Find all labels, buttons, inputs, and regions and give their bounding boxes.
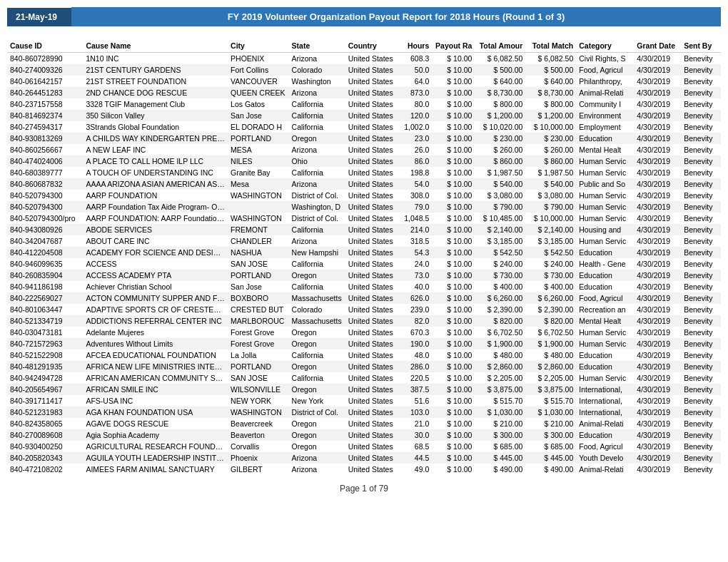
table-cell: $ 10.00	[432, 133, 475, 144]
table-cell: Beavercreek	[228, 418, 289, 429]
table-cell: 840-860256667	[7, 144, 83, 155]
table-cell: Agia Sophia Academy	[83, 429, 228, 441]
table-cell: $ 6,260.00	[525, 292, 576, 304]
table-cell: $ 240.00	[525, 258, 576, 270]
table-cell: United States	[345, 178, 400, 190]
table-cell: $ 10,000.00	[525, 121, 576, 133]
table-cell: $ 10.00	[432, 110, 475, 121]
table-cell: 840-860728990	[7, 53, 83, 65]
table-cell: $ 540.00	[475, 178, 525, 190]
table-cell: 2ND CHANCE DOG RESCUE	[83, 87, 228, 98]
table-cell: 82.0	[400, 315, 433, 327]
table-cell: $ 10.00	[432, 121, 475, 133]
table-cell: United States	[345, 361, 400, 372]
table-cell: 68.5	[400, 441, 433, 452]
table-cell: California	[289, 258, 345, 270]
table-cell: Animal-Relati	[576, 87, 634, 98]
table-cell: Benevity	[681, 418, 721, 429]
table-cell: 840-412204508	[7, 247, 83, 258]
table-cell: Public and So	[576, 178, 634, 190]
table-cell: 4/30/2019	[634, 190, 681, 201]
table-cell: ACTON COMMUNITY SUPPER AND FOOD PANTRY I	[83, 292, 228, 304]
table-cell: MARLBOROUC	[228, 315, 289, 327]
table-row: 840-2644512832ND CHANCE DOG RESCUEQUEEN …	[7, 87, 721, 98]
table-cell: Benevity	[681, 133, 721, 144]
table-cell: $ 10.00	[432, 407, 475, 418]
table-cell: New Hampshi	[289, 247, 345, 258]
table-cell: Human Servic	[576, 190, 634, 201]
table-cell: $ 500.00	[525, 64, 576, 76]
table-cell: United States	[345, 76, 400, 87]
table-row: 840-860256667A NEW LEAF INCMESAArizonaUn…	[7, 144, 721, 155]
table-cell: $ 10.00	[432, 201, 475, 213]
table-cell: $ 10.00	[432, 213, 475, 224]
table-cell: $ 10.00	[432, 76, 475, 87]
table-cell: 840-941186198	[7, 281, 83, 292]
table-cell: A TOUCH OF UNDERSTANDING INC	[83, 167, 228, 178]
table-cell: United States	[345, 372, 400, 384]
table-cell: $ 1,200.00	[525, 110, 576, 121]
table-cell: Benevity	[681, 178, 721, 190]
table-cell: 4/30/2019	[634, 258, 681, 270]
table-cell: California	[289, 121, 345, 133]
table-cell: United States	[345, 98, 400, 110]
table-cell: 190.0	[400, 338, 433, 349]
table-cell: 220.5	[400, 372, 433, 384]
table-cell: Benevity	[681, 407, 721, 418]
table-row: 840-412204508ACADEMY FOR SCIENCE AND DES…	[7, 247, 721, 258]
table-cell: A PLACE TO CALL HOME ILP LLC	[83, 155, 228, 167]
table-cell: $ 3,080.00	[525, 190, 576, 201]
table-cell: 670.3	[400, 327, 433, 338]
table-cell: Education	[576, 270, 634, 281]
table-cell: Benevity	[681, 338, 721, 349]
table-cell: United States	[345, 327, 400, 338]
table-cell: 54.0	[400, 178, 433, 190]
col-header-causename: Cause Name	[83, 39, 228, 53]
table-cell	[228, 201, 289, 213]
table-row: 840-474024006A PLACE TO CALL HOME ILP LL…	[7, 155, 721, 167]
table-row: 840-391711417AFS-USA INCNEW YORKNew York…	[7, 395, 721, 407]
table-cell: $ 800.00	[525, 98, 576, 110]
table-cell: 840-860687832	[7, 178, 83, 190]
table-cell: $ 10.00	[432, 190, 475, 201]
table-cell: International,	[576, 407, 634, 418]
table-cell: ABOUT CARE INC	[83, 235, 228, 247]
table-cell: 840-943080926	[7, 224, 83, 235]
table-cell: $ 10.00	[432, 167, 475, 178]
table-cell: 840-930813269	[7, 133, 83, 144]
table-cell: Education	[576, 133, 634, 144]
table-cell: 840-801063447	[7, 304, 83, 315]
table-cell: $ 6,702.50	[525, 327, 576, 338]
table-cell: La Jolla	[228, 349, 289, 361]
table-cell: $ 515.70	[525, 395, 576, 407]
table-cell: 840-205820343	[7, 452, 83, 464]
table-cell: Benevity	[681, 201, 721, 213]
table-cell: 4/30/2019	[634, 98, 681, 110]
table-row: 840-2745943173Strands Global FoundationE…	[7, 121, 721, 133]
table-cell: $ 860.00	[525, 155, 576, 167]
table-cell: Benevity	[681, 235, 721, 247]
table-cell: 4/30/2019	[634, 247, 681, 258]
table-cell: $ 685.00	[475, 441, 525, 452]
table-cell: Oregon	[289, 441, 345, 452]
table-cell: 4/30/2019	[634, 53, 681, 65]
table-cell: Benevity	[681, 372, 721, 384]
table-cell: $ 300.00	[525, 429, 576, 441]
table-cell: $ 10,000.00	[525, 213, 576, 224]
table-cell: 840-520794300	[7, 190, 83, 201]
table-cell: $ 10.00	[432, 304, 475, 315]
table-cell: 840-521522908	[7, 349, 83, 361]
table-row: 840-8607289901N10 INCPHOENIXArizonaUnite…	[7, 53, 721, 65]
table-cell: 40.0	[400, 281, 433, 292]
table-cell: United States	[345, 338, 400, 349]
table-cell: A CHILDS WAY KINDERGARTEN PRESCHOOL	[83, 133, 228, 144]
table-cell: Benevity	[681, 441, 721, 452]
table-cell: Benevity	[681, 110, 721, 121]
table-cell: AGRICULTURAL RESEARCH FOUNDATION	[83, 441, 228, 452]
table-cell: Mental Healt	[576, 144, 634, 155]
table-cell: $ 3,080.00	[475, 190, 525, 201]
table-cell: 21ST CENTURY GARDENS	[83, 64, 228, 76]
table-header: Cause ID Cause Name City State Country H…	[7, 39, 721, 53]
table-cell: $ 730.00	[475, 270, 525, 281]
table-cell: $ 1,030.00	[525, 407, 576, 418]
